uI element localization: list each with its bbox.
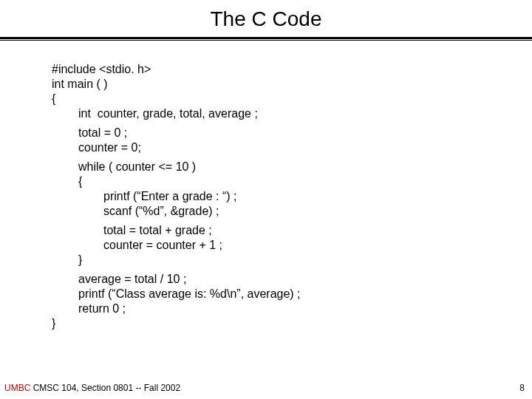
code-line: counter = 0;: [52, 140, 532, 155]
code-line: {: [52, 174, 532, 189]
code-line: total = total + grade ;: [52, 223, 532, 238]
code-line: while ( counter <= 10 ): [52, 160, 532, 174]
code-line: return 0 ;: [52, 301, 532, 316]
code-line: printf (“Class average is: %d\n”, averag…: [52, 287, 532, 301]
title-divider: [0, 37, 532, 41]
code-line: #include <stdio. h>: [52, 62, 532, 77]
code-line: {: [52, 92, 532, 106]
code-line: counter = counter + 1 ;: [52, 238, 532, 253]
code-line: total = 0 ;: [52, 126, 532, 140]
footer-umbc: UMBC: [4, 383, 30, 393]
slide-title: The C Code: [0, 0, 532, 37]
footer: UMBC CMSC 104, Section 0801 -- Fall 2002…: [4, 383, 525, 393]
page-number: 8: [519, 383, 525, 393]
code-line: }: [52, 253, 532, 267]
code-line: average = total / 10 ;: [52, 272, 532, 287]
code-line: int counter, grade, total, average ;: [52, 106, 532, 121]
footer-left: UMBC CMSC 104, Section 0801 -- Fall 2002: [4, 383, 180, 393]
code-line: printf (“Enter a grade : “) ;: [52, 189, 532, 204]
code-line: }: [52, 316, 532, 331]
footer-course: CMSC 104, Section 0801 -- Fall 2002: [30, 383, 180, 393]
code-line: scanf (“%d”, &grade) ;: [52, 204, 532, 219]
code-line: int main ( ): [52, 77, 532, 92]
code-block: #include <stdio. h> int main ( ) { int c…: [0, 41, 532, 331]
